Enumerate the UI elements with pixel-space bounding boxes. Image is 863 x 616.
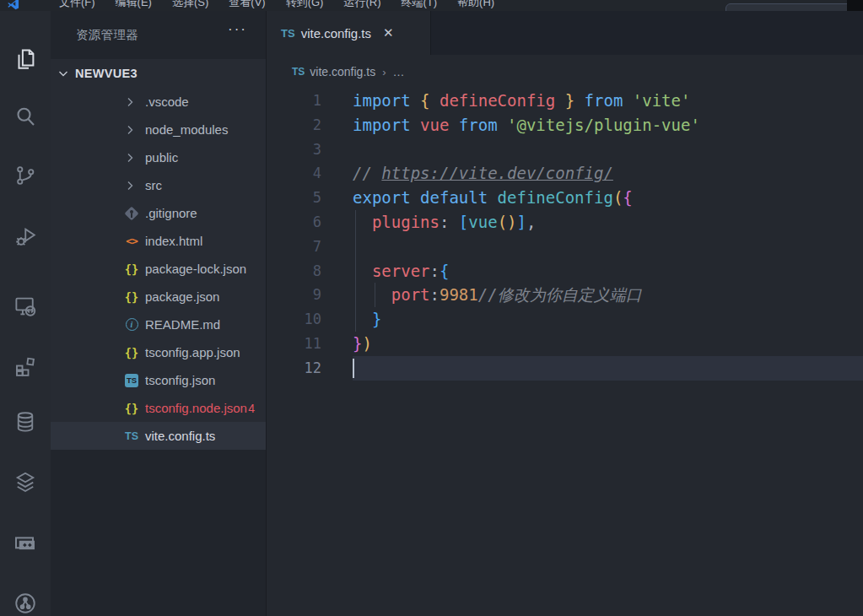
line-number: 3	[267, 138, 321, 162]
line-number: 1	[267, 89, 321, 113]
code-line-4[interactable]: 4// https://vite.dev/config/	[267, 161, 863, 186]
breadcrumb-file[interactable]: vite.config.ts	[310, 65, 375, 78]
line-number: 4	[267, 161, 321, 186]
menu-item[interactable]: 查看(V)	[229, 0, 265, 10]
activity-extensions-icon[interactable]	[0, 345, 51, 389]
activity-files-icon[interactable]	[0, 37, 51, 81]
chevron-right-icon	[123, 151, 137, 165]
code-line-8[interactable]: 8 server:{	[267, 259, 863, 284]
code-line-3[interactable]: 3	[267, 138, 863, 162]
file-vite.config.ts[interactable]: TSvite.config.ts	[51, 422, 266, 450]
file-package-lock.json[interactable]: {}package-lock.json	[51, 255, 266, 283]
code-line-2[interactable]: 2import vue from '@vitejs/plugin-vue'	[267, 113, 863, 138]
file-tsconfig.json[interactable]: TStsconfig.json	[51, 366, 266, 394]
file-label: src	[145, 178, 162, 192]
code-line-9[interactable]: 9 port:9981//修改为你自定义端口	[267, 283, 863, 307]
remote-explorer-icon	[13, 294, 38, 319]
menu-item[interactable]: 帮助(H)	[457, 0, 494, 10]
file-label: index.html	[145, 234, 202, 248]
menu-items: 文件(F)编辑(E)选择(S)查看(V)转到(G)运行(R)终端(T)帮助(H)	[59, 0, 515, 10]
text-cursor	[353, 359, 354, 378]
activity-database-icon[interactable]	[0, 400, 51, 444]
activity-cassette-icon[interactable]	[0, 521, 51, 565]
project-name: NEWVUE3	[75, 67, 138, 80]
folder-.vscode[interactable]: .vscode	[51, 88, 266, 116]
code-editor[interactable]: 1import { defineConfig } from 'vite'2imp…	[267, 89, 863, 616]
layers-icon	[13, 469, 38, 494]
menu-item[interactable]: 终端(T)	[401, 0, 437, 10]
code-line-1[interactable]: 1import { defineConfig } from 'vite'	[267, 89, 863, 113]
activity-remote-explorer-icon[interactable]	[0, 284, 51, 328]
sidebar-header: 资源管理器 ···	[51, 11, 266, 59]
json-icon: {}	[123, 261, 140, 278]
code-line-12[interactable]: 12	[267, 356, 863, 381]
chevron-right-icon	[123, 95, 137, 109]
line-number: 6	[267, 210, 321, 235]
circle-branch-icon	[13, 591, 38, 616]
breadcrumb[interactable]: TS vite.config.ts › …	[267, 55, 863, 89]
file-index.html[interactable]: <>index.html	[51, 227, 266, 255]
line-number: 2	[267, 113, 321, 138]
file-label: vite.config.ts	[145, 429, 215, 443]
tab-title: vite.config.ts	[301, 26, 371, 41]
line-number: 10	[267, 307, 321, 332]
menu-item[interactable]: 编辑(E)	[116, 0, 152, 10]
file-package.json[interactable]: {}package.json	[51, 283, 266, 311]
line-number: 9	[267, 283, 321, 307]
file-README.md[interactable]: iREADME.md	[51, 311, 266, 338]
code-line-11[interactable]: 11})	[267, 332, 863, 356]
cassette-icon	[13, 530, 38, 555]
folder-public[interactable]: public	[51, 143, 266, 171]
code-line-5[interactable]: 5export default defineConfig({	[267, 186, 863, 210]
source-control-icon	[13, 163, 38, 188]
file-label: tsconfig.node.json	[145, 401, 247, 415]
file-tsconfig.node.json[interactable]: {}tsconfig.node.json4	[51, 394, 266, 422]
file-label: public	[145, 150, 178, 165]
line-text: }	[353, 307, 381, 332]
file-label: tsconfig.json	[145, 373, 215, 387]
menu-item[interactable]: 运行(R)	[343, 0, 380, 10]
command-center-search[interactable]	[725, 3, 852, 11]
code-line-10[interactable]: 10 }	[267, 307, 863, 332]
file-label: tsconfig.app.json	[145, 345, 240, 359]
line-number: 7	[267, 235, 321, 259]
files-icon	[13, 46, 38, 72]
folder-src[interactable]: src	[51, 171, 266, 199]
project-root-row[interactable]: NEWVUE3	[51, 59, 266, 88]
ts-letters-icon: TS	[123, 428, 140, 445]
tab-vite-config[interactable]: TS vite.config.ts ✕	[267, 11, 431, 55]
line-number: 11	[267, 332, 321, 356]
line-text: server:{	[353, 259, 449, 284]
menu-bar: 文件(F)编辑(E)选择(S)查看(V)转到(G)运行(R)终端(T)帮助(H)	[0, 0, 863, 11]
tab-bar: TS vite.config.ts ✕	[267, 11, 863, 55]
json-icon: {}	[123, 400, 140, 417]
editor-group: TS vite.config.ts ✕ TS vite.config.ts › …	[266, 11, 863, 616]
menu-item[interactable]: 选择(S)	[172, 0, 208, 10]
git-icon	[123, 205, 140, 222]
file-tsconfig.app.json[interactable]: {}tsconfig.app.json	[51, 338, 266, 366]
menu-item[interactable]: 文件(F)	[59, 0, 95, 10]
line-text: })	[353, 332, 372, 356]
activity-circle-branch-icon[interactable]	[0, 581, 51, 616]
activity-search-icon[interactable]	[0, 95, 51, 138]
extensions-icon	[13, 354, 38, 380]
line-number: 12	[267, 356, 321, 381]
json-icon: {}	[123, 344, 140, 361]
vscode-logo-icon[interactable]	[7, 0, 19, 11]
line-text: port:9981//修改为你自定义端口	[353, 283, 642, 307]
menu-item[interactable]: 转到(G)	[286, 0, 324, 10]
file-.gitignore[interactable]: .gitignore	[51, 199, 266, 227]
folder-node_modules[interactable]: node_modules	[51, 116, 266, 143]
code-line-7[interactable]: 7	[267, 235, 863, 259]
activity-run-debug-icon[interactable]	[0, 215, 51, 259]
activity-source-control-icon[interactable]	[0, 154, 51, 197]
close-icon[interactable]: ✕	[383, 25, 394, 41]
info-icon: i	[123, 316, 140, 333]
more-actions-icon[interactable]: ···	[228, 21, 247, 38]
activity-layers-icon[interactable]	[0, 460, 51, 504]
file-label: package.json	[145, 289, 219, 304]
breadcrumb-more[interactable]: …	[393, 65, 405, 78]
code-line-6[interactable]: 6 plugins: [vue()],	[267, 210, 863, 235]
chevron-right-icon	[123, 123, 137, 137]
typescript-icon: TS	[281, 27, 295, 40]
